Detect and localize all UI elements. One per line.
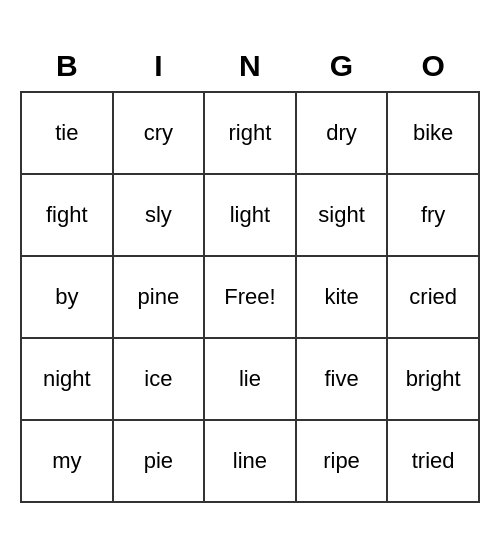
bingo-header-N: N (204, 42, 296, 92)
bingo-cell-r1-c2[interactable]: light (204, 174, 296, 256)
bingo-header-B: B (21, 42, 113, 92)
bingo-cell-r0-c0[interactable]: tie (21, 92, 113, 174)
bingo-board: BINGO tiecryrightdrybikefightslylightsig… (20, 42, 480, 503)
bingo-header-O: O (387, 42, 479, 92)
bingo-cell-r3-c0[interactable]: night (21, 338, 113, 420)
bingo-cell-r2-c3[interactable]: kite (296, 256, 388, 338)
bingo-cell-r0-c1[interactable]: cry (113, 92, 205, 174)
bingo-cell-r4-c4[interactable]: tried (387, 420, 479, 502)
bingo-row-0: tiecryrightdrybike (21, 92, 479, 174)
bingo-row-3: nighticeliefivebright (21, 338, 479, 420)
bingo-cell-r1-c0[interactable]: fight (21, 174, 113, 256)
bingo-cell-r2-c1[interactable]: pine (113, 256, 205, 338)
bingo-header-I: I (113, 42, 205, 92)
bingo-cell-r3-c1[interactable]: ice (113, 338, 205, 420)
bingo-cell-r0-c4[interactable]: bike (387, 92, 479, 174)
bingo-cell-r1-c1[interactable]: sly (113, 174, 205, 256)
bingo-row-4: mypielineripetried (21, 420, 479, 502)
bingo-cell-r0-c2[interactable]: right (204, 92, 296, 174)
bingo-cell-r4-c3[interactable]: ripe (296, 420, 388, 502)
bingo-cell-r1-c4[interactable]: fry (387, 174, 479, 256)
bingo-cell-r2-c4[interactable]: cried (387, 256, 479, 338)
bingo-cell-r1-c3[interactable]: sight (296, 174, 388, 256)
bingo-cell-r2-c2[interactable]: Free! (204, 256, 296, 338)
bingo-cell-r4-c1[interactable]: pie (113, 420, 205, 502)
bingo-header-G: G (296, 42, 388, 92)
bingo-cell-r4-c0[interactable]: my (21, 420, 113, 502)
bingo-cell-r4-c2[interactable]: line (204, 420, 296, 502)
bingo-cell-r3-c4[interactable]: bright (387, 338, 479, 420)
bingo-cell-r3-c2[interactable]: lie (204, 338, 296, 420)
bingo-row-2: bypineFree!kitecried (21, 256, 479, 338)
bingo-cell-r2-c0[interactable]: by (21, 256, 113, 338)
bingo-row-1: fightslylightsightfry (21, 174, 479, 256)
bingo-cell-r0-c3[interactable]: dry (296, 92, 388, 174)
bingo-cell-r3-c3[interactable]: five (296, 338, 388, 420)
